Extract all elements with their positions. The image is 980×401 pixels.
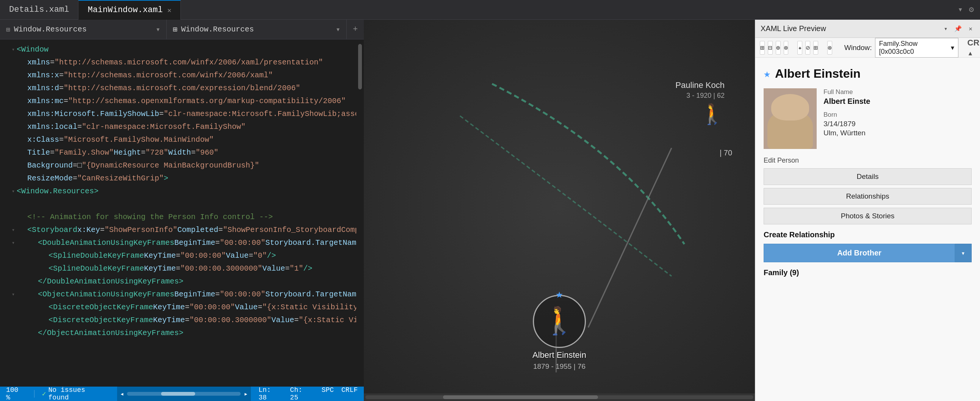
left-dropdown-arrow: ▾ — [156, 25, 160, 34]
status-sep — [34, 390, 35, 398]
creat-label: CREAT ▲ — [967, 38, 980, 57]
tab-details-label: Details.xaml — [9, 5, 69, 14]
pauline-dates: 3 - 1920 | 62 — [686, 92, 725, 100]
code-line: xmlns:mc="http://schemas.openxmlformats.… — [5, 95, 356, 108]
rph-pin-icon[interactable]: 📌 — [952, 24, 964, 33]
issues-item: ✓ No issues found — [42, 386, 110, 401]
fold-icon[interactable]: ▾ — [10, 188, 17, 195]
window-selector: Window: Family.Show [0x003c0c0 ▾ — [844, 38, 958, 57]
einstein-circle[interactable]: 🚶 — [533, 295, 586, 348]
editor-panel: ⊞ Window.Resources ▾ ⊞ Window.Resources … — [0, 20, 364, 401]
left-dropdown-label: Window.Resources — [14, 25, 87, 34]
tab-chevron-icon[interactable]: ▾ — [958, 5, 963, 15]
code-line: <SplineDoubleKeyFrame KeyTime="00:00:00"… — [5, 250, 356, 262]
add-brother-btn[interactable]: Add Brother — [764, 244, 955, 262]
edit-person-section-label: Edit Person — [764, 156, 972, 164]
fold-icon[interactable]: ▾ — [10, 227, 17, 234]
rt-btn-4[interactable]: ⊗ — [784, 41, 789, 54]
issues-icon: ✓ — [42, 390, 46, 398]
code-line: ResizeMode="CanResizeWithGrip"> — [5, 172, 356, 185]
scroll-right-btn[interactable]: ▸ — [244, 390, 248, 398]
rt-btn-2[interactable]: ⊟ — [768, 41, 773, 54]
add-brother-arrow-icon: ▾ — [961, 249, 965, 257]
pip-details: Full Name Albert Einste Born 3/14/1879 U… — [824, 88, 972, 149]
tab-close-btn[interactable]: ✕ — [167, 6, 171, 14]
rt-btn-5[interactable]: ✦ — [797, 41, 802, 54]
window-dropdown-arrow-icon: ▾ — [951, 44, 954, 52]
einstein-dates-label: 1879 - 1955 | 76 — [533, 362, 585, 371]
einstein-main-node: ★ 🚶 Albert Einstein 1879 - 1955 | 76 — [533, 295, 586, 371]
pip-header: ★ Albert Einstein — [764, 67, 972, 81]
person-info-panel: ★ Albert Einstein Full Name Albert Einst… — [755, 57, 980, 401]
code-line: xmlns:x="http://schemas.microsoft.com/wi… — [5, 69, 356, 82]
window-value: Family.Show [0x003c0c0 — [879, 40, 948, 56]
window-label: Window: — [844, 44, 872, 52]
einstein-circle-wrapper: ★ 🚶 — [533, 295, 586, 348]
rt-btn-1[interactable]: ⊞ — [760, 41, 765, 54]
tab-gear-icon[interactable]: ⚙ — [969, 5, 974, 15]
preview-panel: Pauline Koch 3 - 1920 | 62 🚶 | 70 ★ — [364, 20, 755, 401]
born-date-value: 3/14/1879 — [824, 120, 972, 128]
details-btn[interactable]: Details — [764, 168, 972, 185]
add-brother-row: Add Brother ▾ — [764, 244, 972, 262]
create-relationship-label: Create Relationship — [764, 231, 972, 239]
preview-hscroll[interactable] — [364, 393, 755, 401]
photos-stories-btn[interactable]: Photos & Stories — [764, 208, 972, 224]
code-line: ▾ <ObjectAnimationUsingKeyFrames BeginTi… — [5, 288, 356, 301]
family-section-label: Family (9) — [764, 268, 972, 277]
born-place-value: Ulm, Württen — [824, 129, 972, 137]
fold-icon[interactable]: ▾ — [10, 240, 17, 247]
code-line: xmlns:d="http://schemas.microsoft.com/ex… — [5, 82, 356, 95]
right-dropdown[interactable]: ⊞ Window.Resources ▾ — [167, 20, 346, 39]
left-dropdown-icon: ⊞ — [6, 25, 10, 34]
rph-actions: ▾ 📌 ✕ — [942, 24, 975, 33]
pauline-icon: 🚶 — [700, 103, 725, 127]
right-dropdown-label: Window.Resources — [181, 25, 254, 34]
scroll-left-btn[interactable]: ◂ — [120, 390, 124, 398]
code-area: ▾ <Window xmlns="http://schemas.microsof… — [0, 40, 364, 387]
right-toolbar: ⊞ ⊟ ⊕ ⊗ ✦ ⊘ ⊞ ⊗ Window: Family.Show [0x0… — [755, 38, 980, 57]
vertical-scrollbar[interactable] — [356, 40, 364, 387]
code-line: <DiscreteObjectKeyFrame KeyTime="00:00:0… — [5, 301, 356, 314]
fold-icon[interactable]: ▾ — [10, 46, 17, 53]
rt-btn-6[interactable]: ⊘ — [805, 41, 810, 54]
code-editor[interactable]: ▾ <Window xmlns="http://schemas.microsof… — [5, 40, 356, 387]
family-tree-area: Pauline Koch 3 - 1920 | 62 🚶 | 70 ★ — [364, 20, 755, 393]
tab-details[interactable]: Details.xaml — [0, 0, 78, 20]
born-field-label: Born — [824, 111, 972, 119]
code-line: xmlns:local="clr-namespace:Microsoft.Fam… — [5, 121, 356, 134]
zoom-value: 100 % — [6, 386, 27, 401]
rph-close-icon[interactable]: ✕ — [966, 24, 975, 33]
ch-label: Ch: 25 — [290, 386, 314, 401]
ln-label: Ln: 38 — [258, 386, 282, 401]
fold-icon[interactable]: ▾ — [10, 291, 17, 298]
code-line: </ObjectAnimationUsingKeyFrames> — [5, 327, 356, 340]
relationships-btn[interactable]: Relationships — [764, 188, 972, 205]
preview-hscroll-track — [365, 395, 753, 399]
scrollbar-thumb — [358, 44, 362, 89]
rt-btn-8[interactable]: ⊗ — [827, 41, 832, 54]
preview-content: Pauline Koch 3 - 1920 | 62 🚶 | 70 ★ — [364, 20, 755, 393]
code-line: <!-- Animation for showing the Person In… — [5, 211, 356, 224]
tab-mainwindow[interactable]: MainWindow.xaml ✕ — [78, 0, 181, 20]
add-brother-dropdown-btn[interactable]: ▾ — [955, 244, 972, 262]
code-line: <SplineDoubleKeyFrame KeyTime="00:00:00.… — [5, 262, 356, 275]
window-dropdown[interactable]: Family.Show [0x003c0c0 ▾ — [875, 38, 958, 57]
add-resource-btn[interactable]: + — [346, 20, 364, 39]
preview-hscroll-thumb — [443, 395, 598, 399]
pip-star-icon: ★ — [764, 67, 770, 81]
rt-btn-7[interactable]: ⊞ — [813, 41, 818, 54]
xaml-live-preview-title: XAML Live Preview — [760, 24, 826, 33]
dropdown-bar: ⊞ Window.Resources ▾ ⊞ Window.Resources … — [0, 20, 364, 40]
rph-chevron-down-icon[interactable]: ▾ — [942, 24, 950, 33]
code-line: ▾ <Storyboard x:Key="ShowPersonInfo" Com… — [5, 224, 356, 237]
tab-mainwindow-label: MainWindow.xaml — [88, 5, 162, 15]
right-panel: XAML Live Preview ▾ 📌 ✕ ⊞ ⊟ ⊕ ⊗ ✦ ⊘ ⊞ ⊗ … — [755, 20, 980, 401]
full-name-field-value: Albert Einste — [824, 97, 972, 106]
rt-btn-3[interactable]: ⊕ — [776, 41, 781, 54]
main-layout: ⊞ Window.Resources ▾ ⊞ Window.Resources … — [0, 20, 980, 401]
pip-person-name: Albert Einstein — [775, 67, 861, 81]
h-scrollbar-thumb — [161, 392, 195, 396]
tab-bar: Details.xaml MainWindow.xaml ✕ ▾ ⚙ — [0, 0, 980, 20]
left-dropdown[interactable]: ⊞ Window.Resources ▾ — [0, 20, 167, 39]
